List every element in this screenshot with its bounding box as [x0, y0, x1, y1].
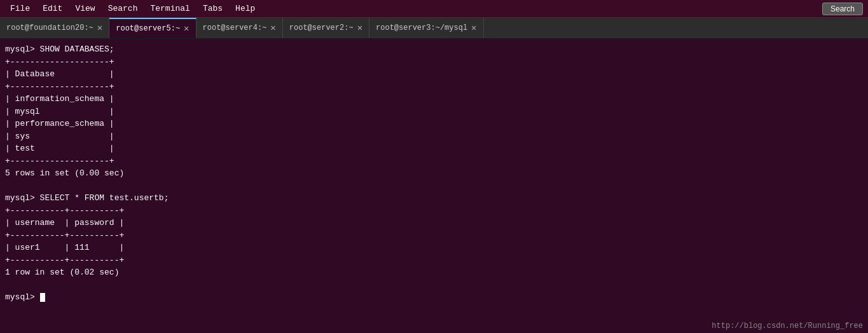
tab-server5-label: root@server5:~ — [116, 24, 180, 33]
menu-help[interactable]: Help — [230, 3, 260, 15]
tab-server2-close[interactable]: ✕ — [357, 24, 362, 32]
tab-foundation20-close[interactable]: ✕ — [97, 24, 102, 32]
tab-server2-label: root@server2:~ — [289, 24, 354, 32]
tab-server2[interactable]: root@server2:~ ✕ — [283, 18, 369, 38]
terminal-output[interactable]: mysql> SHOW DATABASES; +----------------… — [0, 39, 868, 333]
tabbar: root@foundation20:~ ✕ root@server5:~ ✕ r… — [0, 18, 868, 39]
menu-tabs[interactable]: Tabs — [198, 3, 228, 15]
tab-server3-label: root@server3:~/mysql — [376, 24, 467, 32]
tab-foundation20-label: root@foundation20:~ — [6, 24, 93, 32]
terminal-cursor — [40, 293, 45, 302]
tab-server4[interactable]: root@server4:~ ✕ — [196, 18, 283, 38]
tab-server4-label: root@server4:~ — [203, 24, 267, 32]
menubar: File Edit View Search Terminal Tabs Help… — [0, 0, 868, 18]
tab-server4-close[interactable]: ✕ — [270, 24, 275, 32]
tab-server5[interactable]: root@server5:~ ✕ — [109, 18, 196, 38]
tab-server5-close[interactable]: ✕ — [184, 24, 189, 33]
tab-server3-close[interactable]: ✕ — [471, 24, 476, 32]
search-button[interactable]: Search — [822, 3, 863, 15]
menu-file[interactable]: File — [5, 3, 35, 15]
tab-server3[interactable]: root@server3:~/mysql ✕ — [369, 18, 483, 38]
menu-terminal[interactable]: Terminal — [145, 3, 195, 15]
menu-edit[interactable]: Edit — [38, 3, 67, 15]
menu-view[interactable]: View — [70, 3, 100, 15]
watermark: http://blog.csdn.net/Running_free — [712, 322, 863, 330]
tab-foundation20[interactable]: root@foundation20:~ ✕ — [0, 18, 109, 38]
menu-search[interactable]: Search — [103, 3, 143, 15]
